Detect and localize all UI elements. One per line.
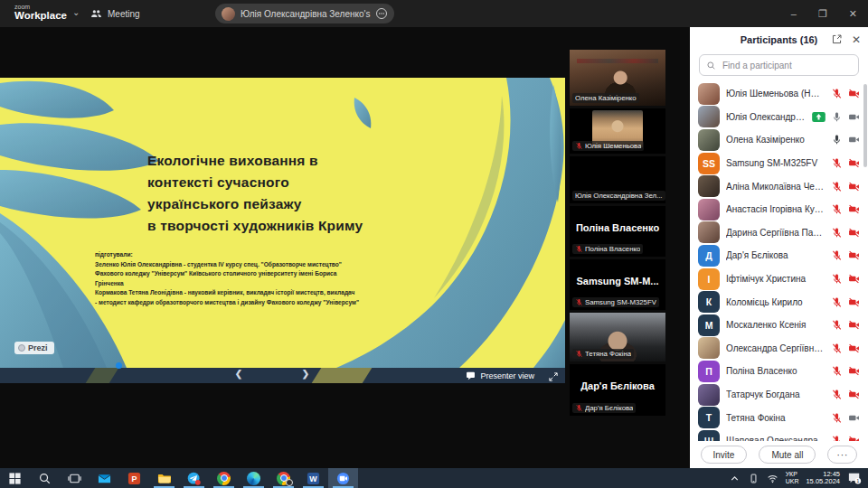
tab-meeting[interactable]: Meeting [90,0,140,27]
participant-row[interactable]: ШШаповал Олександра [690,429,868,441]
participant-row[interactable]: Аліна Миколаївна Черепінська [690,174,868,198]
slide-credits-line: Грінченка [95,279,359,289]
taskbar-app-chrome-profile[interactable] [269,468,298,488]
participant-status-icons [831,412,860,424]
taskbar-app-powerpoint[interactable]: P [119,468,149,488]
participant-row[interactable]: Олена Казіміренко [690,128,868,152]
clock[interactable]: 12:45 15.05.2024 [806,471,840,486]
participant-row[interactable]: Татарчук Богдана [690,383,868,407]
mute-all-button[interactable]: Mute all [759,446,816,464]
participant-row[interactable]: ММоскаленко Ксенія [690,314,868,337]
video-tile[interactable]: Тетяна Фокіна [570,313,665,361]
participant-name: Аліна Миколаївна Черепінська [726,182,825,192]
participant-row[interactable]: ППоліна Власенко [690,360,868,383]
taskbar-app-mail[interactable] [90,468,119,488]
scrollbar[interactable] [863,84,867,167]
popout-panel-icon[interactable] [831,33,843,45]
next-slide-icon[interactable]: ❯ [298,369,313,379]
participant-row[interactable]: Олександра Сергіївна Шпак [690,337,868,361]
video-tile[interactable]: Поліна ВласенкоПоліна Власенко [570,206,665,257]
participant-row[interactable]: Дарина Сергіївна Паламарчук [690,221,868,245]
tab-active-meeting[interactable]: Юлія Олександрівна Зеленко's [215,4,394,23]
telegram-app-icon [187,472,201,485]
participant-row[interactable]: SSSamsung SM-M325FV [690,152,868,175]
tile-name-label: Samsung SM-M325FV [572,297,659,307]
chevron-down-icon[interactable]: ⌄ [72,7,80,17]
device-icon[interactable] [748,473,760,484]
language-indicator[interactable]: УКР UKR [786,471,799,486]
mic-muted-icon [831,435,843,441]
taskbar-app-chrome[interactable] [209,468,239,488]
participant-row[interactable]: Юлія Шеменьова (Host, me) [690,82,868,106]
prezi-logo[interactable]: Prezi [14,342,54,354]
participant-avatar [698,129,720,151]
search-box[interactable] [699,54,859,76]
taskbar-app-zoom[interactable] [328,468,358,488]
mail-app-icon [98,472,111,485]
slide-credits-line: Зеленко Юлія Олександрівна - студентка I… [95,260,359,270]
participant-row[interactable]: Анастасія Ігорівна Купрієнко [690,198,868,221]
file-explorer-icon [157,472,171,485]
participant-row[interactable]: Юлія Олександрівна Зелен... [690,106,868,129]
participant-avatar [698,199,720,221]
taskbar-app-search[interactable] [30,468,60,488]
participant-row[interactable]: ККоломієць Кирило [690,290,868,314]
slide-title-line: українського пейзажу [147,193,363,215]
meeting-tab-label: Meeting [108,9,140,19]
tile-name-text: Олена Казіміренко [575,94,637,102]
video-tile[interactable]: Samsung SM-M...Samsung SM-M325FV [570,259,665,310]
video-tile[interactable]: Юлія Олександрівна Зел... [570,156,665,203]
fullscreen-expand-icon[interactable] [548,370,559,383]
presenter-view-button[interactable]: Presenter view [466,368,534,383]
video-tile[interactable]: Олена Казіміренко [570,50,665,106]
more-options-button[interactable]: ··· [827,446,857,464]
more-options-icon[interactable] [375,7,388,20]
taskbar-app-start[interactable] [0,468,30,488]
participant-row[interactable]: ТТетяна Фокіна [690,406,868,429]
zoom-app-icon [336,472,350,485]
minimize-button[interactable]: – [791,8,797,19]
search-input[interactable] [721,60,852,71]
previous-slide-icon[interactable]: ❮ [231,369,246,379]
wifi-icon[interactable] [767,473,778,484]
taskbar-app-explorer[interactable] [149,468,179,488]
svg-text:P: P [132,474,137,483]
participant-avatar [698,175,720,197]
participant-status-icons [831,181,860,192]
participants-panel-title: Participants (16) [741,34,818,45]
video-tile[interactable]: Юлія Шеменьова [570,108,665,154]
participant-row[interactable]: ІІфтімічук Христина [690,267,868,291]
participant-status-icons [831,203,860,215]
invite-button[interactable]: Invite [701,446,748,464]
prezi-progress-dot[interactable] [116,362,122,369]
video-tile[interactable]: Дар'я БєліковаДар'я Бєлікова [570,364,665,416]
mic-on-icon [831,111,843,123]
close-button[interactable]: ✕ [849,8,857,20]
mic-muted-icon [575,404,583,412]
participant-status-icons [831,296,860,308]
taskbar-app-word[interactable]: W [298,468,328,488]
maximize-button[interactable]: ❐ [818,8,827,20]
word-app-icon: W [307,472,320,485]
taskbar-app-taskview[interactable] [60,468,90,488]
video-tile-strip: Олена КазіміренкоЮлія ШеменьоваЮлія Олек… [570,50,665,416]
prezi-navigation-bar: ❮ ❯ Presenter view [0,368,565,383]
mic-muted-icon [831,249,843,261]
mic-muted-icon [575,298,583,306]
svg-text:W: W [309,474,317,483]
tray-chevron-up-icon[interactable] [729,473,741,484]
camera-off-icon [848,435,860,441]
participant-row[interactable]: ДДар'я Бєлікова [690,244,868,267]
participants-panel: Participants (16) ✕ Юлія Шеменьова (Host… [690,27,868,468]
taskbar-app-edge[interactable] [239,468,269,488]
close-panel-icon[interactable]: ✕ [852,34,861,45]
notification-center-icon[interactable]: 1 [847,472,862,484]
tile-name-text: Юлія Олександрівна Зел... [575,192,663,200]
slide-title-line: Екологічне виховання в [147,150,363,172]
mic-muted-icon [831,389,843,400]
camera-off-icon [848,389,860,400]
taskbar-app-telegram[interactable] [179,468,209,488]
slide-credits-line: підготували: [95,250,359,260]
participant-avatar: К [698,291,720,313]
mic-muted-icon [575,245,583,253]
